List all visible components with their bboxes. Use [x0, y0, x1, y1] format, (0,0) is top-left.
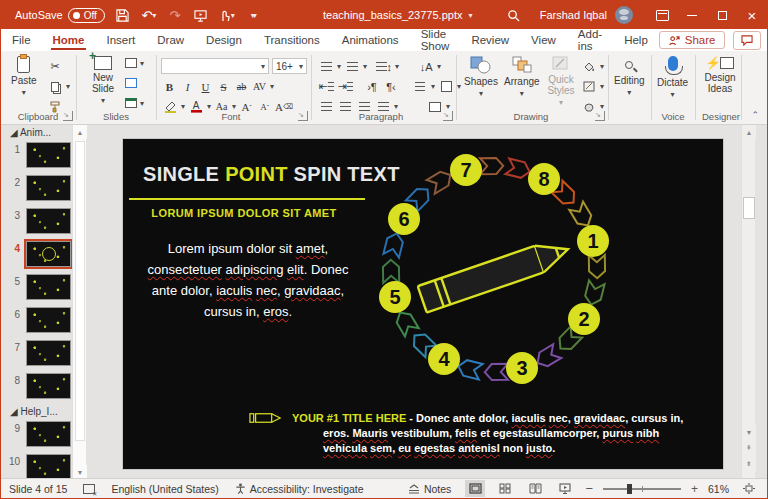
new-slide-button[interactable]: New Slide▾	[83, 56, 123, 105]
section-icon[interactable]	[125, 98, 137, 108]
step-badge-7[interactable]: 7	[450, 154, 482, 186]
slide-layout-icon[interactable]	[125, 58, 137, 68]
spin-diagram[interactable]: 1 2 3 4 5 6 7 8	[353, 149, 643, 407]
scroll-up-icon[interactable]: ▲	[73, 125, 87, 139]
quick-access-more-button[interactable]: ▾▾	[245, 7, 261, 23]
ribbon-display-options-button[interactable]	[647, 1, 677, 29]
document-title[interactable]: teaching_basics_23775.pptx	[323, 9, 462, 21]
thumbnail-scrollbar[interactable]: ▲ ▼	[72, 125, 86, 479]
editing-button[interactable]: Editing▾	[614, 61, 645, 97]
shape-outline-icon[interactable]	[581, 79, 597, 94]
line-spacing-icon[interactable]: ↕	[376, 59, 392, 74]
highlight-color-icon[interactable]	[162, 99, 178, 114]
strikethrough-button[interactable]: ab	[234, 79, 249, 94]
slide-body-text[interactable]: Lorem ipsum dolor sit amet, consectetuer…	[135, 238, 361, 322]
thumbnail-row-8[interactable]: 8	[2, 371, 72, 404]
slide-footer-text[interactable]: YOUR #1 TITLE HERE - Donec ante dolor, i…	[323, 411, 701, 456]
cut-icon[interactable]: ✂	[47, 59, 63, 74]
step-badge-4[interactable]: 4	[428, 343, 460, 375]
zoom-in-button[interactable]: +	[691, 482, 698, 496]
text-direction-icon[interactable]: ↓A	[418, 59, 434, 74]
thumbnail-scroll-thumb[interactable]	[75, 141, 85, 441]
slide-subtitle[interactable]: LORUM IPSUM DOLOR SIT AMET	[133, 207, 355, 219]
thumbnail-row-1[interactable]: 1	[2, 140, 72, 173]
paragraph-dialog-launcher[interactable]: ↘	[443, 111, 453, 121]
pencil-icon[interactable]	[418, 236, 573, 313]
reading-view-button[interactable]	[525, 480, 545, 497]
ltr-icon[interactable]: ›¶	[364, 79, 380, 94]
zoom-slider[interactable]	[603, 488, 681, 490]
language-status[interactable]: English (United States)	[111, 483, 218, 495]
slide-sorter-view-button[interactable]	[495, 480, 515, 497]
shape-fill-icon[interactable]	[581, 59, 597, 74]
bold-button[interactable]: B	[162, 79, 177, 94]
align-text-icon[interactable]	[438, 79, 454, 94]
copy-icon[interactable]	[47, 79, 63, 94]
touch-ink-button[interactable]: ▾	[219, 7, 235, 23]
increase-indent-icon[interactable]: ⇥	[337, 79, 353, 94]
section-header-top[interactable]: ◢ Anim...	[2, 125, 72, 140]
thumbnail-row-2[interactable]: 2	[2, 173, 72, 206]
character-spacing-button[interactable]: AV	[252, 79, 267, 94]
tab-review[interactable]: Review	[460, 29, 520, 51]
scroll-down-icon[interactable]: ▼	[742, 425, 756, 439]
step-badge-2[interactable]: 2	[568, 303, 600, 335]
share-button[interactable]: Share	[659, 31, 726, 49]
tab-add-ins[interactable]: Add-ins	[567, 29, 613, 51]
scroll-up-icon[interactable]: ▲	[742, 125, 756, 139]
slide-scrollbar[interactable]: ▲ ▼ ⇞ ⇟	[741, 125, 755, 479]
maximize-button[interactable]	[707, 1, 737, 29]
accessibility-status[interactable]: Accessibility: Investigate	[235, 483, 364, 495]
thumbnail-row-9[interactable]: 9	[2, 419, 72, 452]
tab-slide-show[interactable]: Slide Show	[410, 29, 461, 51]
tab-insert[interactable]: Insert	[95, 29, 146, 51]
fit-to-window-button[interactable]	[739, 480, 759, 497]
minimize-button[interactable]	[677, 1, 707, 29]
step-badge-5[interactable]: 5	[379, 281, 411, 313]
dictate-button[interactable]: Dictate▾	[657, 56, 688, 99]
thumbnail-row-5[interactable]: 5	[2, 272, 72, 305]
tab-transitions[interactable]: Transitions	[253, 29, 331, 51]
drawing-dialog-launcher[interactable]: ↘	[595, 111, 605, 121]
font-size-combo[interactable]: 16+▾	[272, 58, 307, 74]
columns-icon[interactable]	[412, 79, 428, 94]
zoom-slider-thumb[interactable]	[627, 484, 632, 494]
save-icon[interactable]	[115, 7, 131, 23]
undo-button[interactable]: ↶▾	[141, 7, 157, 23]
tab-draw[interactable]: Draw	[146, 29, 195, 51]
arrange-button[interactable]: Arrange▾	[504, 56, 540, 98]
proofing-status[interactable]	[83, 484, 95, 494]
underline-button[interactable]: U	[198, 79, 213, 94]
zoom-out-button[interactable]: −	[585, 481, 593, 496]
reset-slide-icon[interactable]	[125, 78, 137, 88]
redo-button[interactable]: ↷	[167, 7, 183, 23]
italic-button[interactable]: I	[180, 79, 195, 94]
previous-slide-button[interactable]: ⇞	[742, 441, 756, 455]
close-button[interactable]: ×	[737, 1, 767, 29]
thumbnail-row-3[interactable]: 3	[2, 206, 72, 239]
design-ideas-button[interactable]: ⚡ Design Ideas	[701, 56, 739, 94]
start-slideshow-icon[interactable]	[193, 7, 209, 23]
next-slide-button[interactable]: ⇟	[742, 457, 756, 471]
tab-design[interactable]: Design	[195, 29, 253, 51]
quick-styles-button[interactable]: Quick Styles▾	[542, 56, 580, 107]
tab-view[interactable]: View	[520, 29, 567, 51]
title-dropdown-icon[interactable]: ▾	[468, 11, 472, 20]
collapse-ribbon-button[interactable]: ⌃	[751, 110, 759, 120]
clipboard-dialog-launcher[interactable]: ↘	[63, 111, 73, 121]
autosave-toggle[interactable]: AutoSave Off	[15, 8, 105, 23]
zoom-level[interactable]: 61%	[708, 483, 729, 495]
clear-formatting-button[interactable]: A⌫	[275, 99, 293, 114]
thumbnail-row-7[interactable]: 7	[2, 338, 72, 371]
slide-indicator[interactable]: Slide 4 of 15	[9, 483, 67, 495]
step-badge-6[interactable]: 6	[388, 203, 420, 235]
slideshow-view-button[interactable]	[555, 480, 575, 497]
font-name-combo[interactable]: ▾	[161, 58, 269, 74]
rtl-icon[interactable]: ¶‹	[383, 79, 399, 94]
scroll-thumb[interactable]	[743, 197, 755, 219]
shapes-button[interactable]: Shapes▾	[464, 56, 498, 98]
paste-button[interactable]: Paste▾	[11, 56, 37, 97]
scroll-down-icon[interactable]: ▼	[73, 465, 87, 479]
normal-view-button[interactable]	[465, 480, 485, 497]
account-menu[interactable]: Farshad Iqbal	[540, 6, 633, 24]
